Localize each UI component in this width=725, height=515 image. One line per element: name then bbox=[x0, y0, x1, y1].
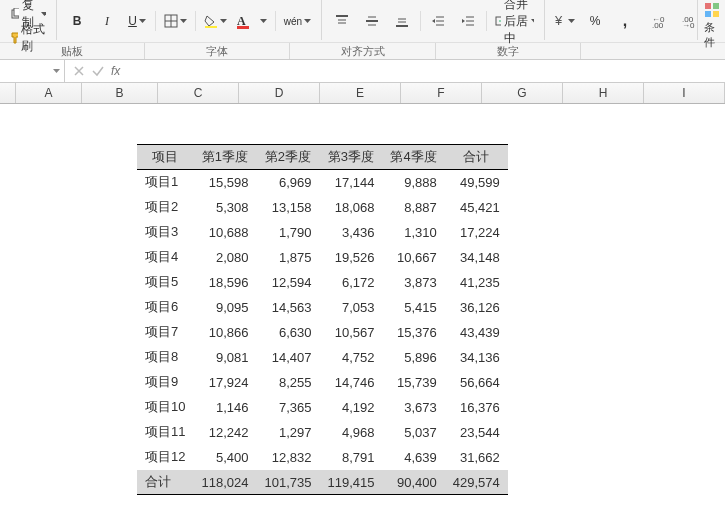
enter-button[interactable] bbox=[91, 65, 105, 77]
cell[interactable]: 45,421 bbox=[445, 195, 508, 220]
table-row[interactable]: 项目101,1467,3654,1923,67316,376 bbox=[137, 395, 508, 420]
cell[interactable]: 6,969 bbox=[256, 170, 319, 195]
cell[interactable]: 9,888 bbox=[382, 170, 444, 195]
indent-increase-button[interactable] bbox=[454, 9, 482, 33]
cancel-button[interactable] bbox=[73, 65, 85, 77]
total-label[interactable]: 合计 bbox=[137, 470, 193, 495]
bold-button[interactable]: B bbox=[63, 9, 91, 33]
table-row[interactable]: 项目69,09514,5637,0535,41536,126 bbox=[137, 295, 508, 320]
cell[interactable]: 41,235 bbox=[445, 270, 508, 295]
cell[interactable]: 9,081 bbox=[193, 345, 256, 370]
cell[interactable]: 8,887 bbox=[382, 195, 444, 220]
column-header-D[interactable]: D bbox=[239, 83, 320, 103]
row-name[interactable]: 项目12 bbox=[137, 445, 193, 470]
row-name[interactable]: 项目5 bbox=[137, 270, 193, 295]
cell[interactable]: 56,664 bbox=[445, 370, 508, 395]
table-header[interactable]: 项目 bbox=[137, 145, 193, 170]
cell[interactable]: 1,146 bbox=[193, 395, 256, 420]
cell[interactable]: 12,594 bbox=[256, 270, 319, 295]
table-header[interactable]: 第3季度 bbox=[319, 145, 382, 170]
cell[interactable]: 18,596 bbox=[193, 270, 256, 295]
select-all-corner[interactable] bbox=[0, 83, 16, 103]
cell[interactable]: 12,242 bbox=[193, 420, 256, 445]
cell[interactable]: 7,365 bbox=[256, 395, 319, 420]
table-row[interactable]: 项目710,8666,63010,56715,37643,439 bbox=[137, 320, 508, 345]
total-cell[interactable]: 101,735 bbox=[256, 470, 319, 495]
font-color-button[interactable]: A bbox=[233, 9, 271, 33]
cell[interactable]: 1,310 bbox=[382, 220, 444, 245]
cell[interactable]: 10,688 bbox=[193, 220, 256, 245]
row-name[interactable]: 项目6 bbox=[137, 295, 193, 320]
total-cell[interactable]: 119,415 bbox=[319, 470, 382, 495]
cell[interactable]: 17,924 bbox=[193, 370, 256, 395]
row-name[interactable]: 项目8 bbox=[137, 345, 193, 370]
cell[interactable]: 16,376 bbox=[445, 395, 508, 420]
cell[interactable]: 5,308 bbox=[193, 195, 256, 220]
cell[interactable]: 1,297 bbox=[256, 420, 319, 445]
cell[interactable]: 6,172 bbox=[319, 270, 382, 295]
cell[interactable]: 10,667 bbox=[382, 245, 444, 270]
border-button[interactable] bbox=[160, 9, 191, 33]
worksheet[interactable]: 项目第1季度第2季度第3季度第4季度合计项目115,5986,96917,144… bbox=[0, 104, 725, 515]
table-row[interactable]: 项目115,5986,96917,1449,88849,599 bbox=[137, 170, 508, 195]
row-name[interactable]: 项目9 bbox=[137, 370, 193, 395]
indent-decrease-button[interactable] bbox=[424, 9, 452, 33]
cell[interactable]: 14,746 bbox=[319, 370, 382, 395]
total-cell[interactable]: 118,024 bbox=[193, 470, 256, 495]
align-top-button[interactable] bbox=[328, 9, 356, 33]
cell[interactable]: 2,080 bbox=[193, 245, 256, 270]
cell[interactable]: 4,639 bbox=[382, 445, 444, 470]
column-header-C[interactable]: C bbox=[158, 83, 239, 103]
cell[interactable]: 43,439 bbox=[445, 320, 508, 345]
cell[interactable]: 15,739 bbox=[382, 370, 444, 395]
underline-button[interactable]: U bbox=[123, 9, 151, 33]
cell[interactable]: 12,832 bbox=[256, 445, 319, 470]
total-cell[interactable]: 90,400 bbox=[382, 470, 444, 495]
table-header[interactable]: 第4季度 bbox=[382, 145, 444, 170]
cell[interactable]: 10,866 bbox=[193, 320, 256, 345]
row-name[interactable]: 项目3 bbox=[137, 220, 193, 245]
column-header-B[interactable]: B bbox=[82, 83, 158, 103]
percent-button[interactable]: % bbox=[581, 9, 609, 33]
phonetic-button[interactable]: wén bbox=[280, 9, 315, 33]
total-cell[interactable]: 429,574 bbox=[445, 470, 508, 495]
row-name[interactable]: 项目7 bbox=[137, 320, 193, 345]
cell[interactable]: 4,752 bbox=[319, 345, 382, 370]
cell[interactable]: 8,791 bbox=[319, 445, 382, 470]
align-middle-button[interactable] bbox=[358, 9, 386, 33]
cell[interactable]: 15,376 bbox=[382, 320, 444, 345]
cell[interactable]: 14,407 bbox=[256, 345, 319, 370]
cell[interactable]: 8,255 bbox=[256, 370, 319, 395]
cell[interactable]: 9,095 bbox=[193, 295, 256, 320]
format-painter-button[interactable]: 格式刷 bbox=[6, 26, 50, 50]
column-header-I[interactable]: I bbox=[644, 83, 725, 103]
cell[interactable]: 49,599 bbox=[445, 170, 508, 195]
cell[interactable]: 17,144 bbox=[319, 170, 382, 195]
table-row[interactable]: 项目310,6881,7903,4361,31017,224 bbox=[137, 220, 508, 245]
cell[interactable]: 5,896 bbox=[382, 345, 444, 370]
column-header-H[interactable]: H bbox=[563, 83, 644, 103]
cell[interactable]: 7,053 bbox=[319, 295, 382, 320]
table-row[interactable]: 项目1112,2421,2974,9685,03723,544 bbox=[137, 420, 508, 445]
cell[interactable]: 5,037 bbox=[382, 420, 444, 445]
cell[interactable]: 19,526 bbox=[319, 245, 382, 270]
cell[interactable]: 10,567 bbox=[319, 320, 382, 345]
cell[interactable]: 1,875 bbox=[256, 245, 319, 270]
fill-color-button[interactable] bbox=[200, 9, 231, 33]
column-header-F[interactable]: F bbox=[401, 83, 482, 103]
row-name[interactable]: 项目1 bbox=[137, 170, 193, 195]
currency-button[interactable]: ¥ bbox=[551, 9, 579, 33]
table-row[interactable]: 项目89,08114,4074,7525,89634,136 bbox=[137, 345, 508, 370]
column-header-G[interactable]: G bbox=[482, 83, 563, 103]
row-name[interactable]: 项目2 bbox=[137, 195, 193, 220]
table-row[interactable]: 项目125,40012,8328,7914,63931,662 bbox=[137, 445, 508, 470]
italic-button[interactable]: I bbox=[93, 9, 121, 33]
cell[interactable]: 31,662 bbox=[445, 445, 508, 470]
increase-decimal-button[interactable]: ←0.00 bbox=[647, 9, 675, 33]
cell[interactable]: 36,126 bbox=[445, 295, 508, 320]
cell[interactable]: 4,968 bbox=[319, 420, 382, 445]
column-header-E[interactable]: E bbox=[320, 83, 401, 103]
table-row[interactable]: 项目518,59612,5946,1723,87341,235 bbox=[137, 270, 508, 295]
align-bottom-button[interactable] bbox=[388, 9, 416, 33]
cell[interactable]: 23,544 bbox=[445, 420, 508, 445]
